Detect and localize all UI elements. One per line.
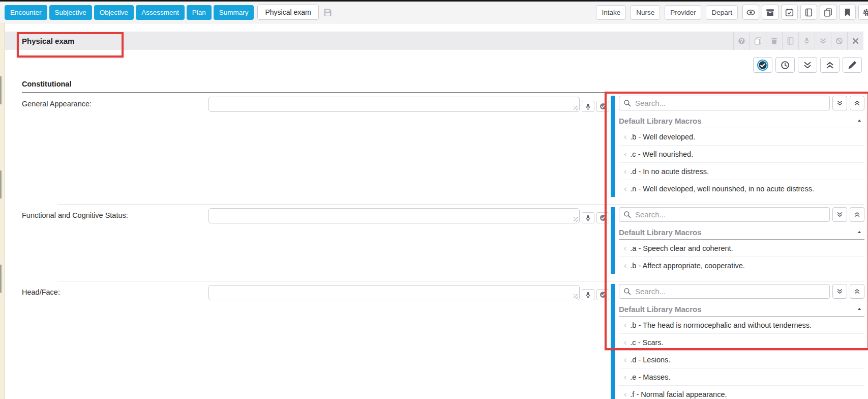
- nav-button-assessment[interactable]: Assessment: [136, 5, 185, 20]
- form-action-buttons: [5, 57, 862, 73]
- form-tab-physical-exam[interactable]: Physical exam: [257, 5, 318, 20]
- macro-item-label: .f - Normal facial appearance.: [630, 390, 727, 398]
- nav-button-subjective[interactable]: Subjective: [49, 5, 92, 20]
- nav-button-plan[interactable]: Plan: [187, 5, 212, 20]
- macro-item-label: .c - Scars.: [630, 338, 663, 347]
- stage-button-intake[interactable]: Intake: [596, 5, 626, 20]
- nav-button-encounter[interactable]: Encounter: [5, 5, 47, 20]
- chevron-left-icon: ‹: [624, 244, 626, 252]
- copy-button[interactable]: [820, 5, 836, 20]
- macro-item[interactable]: ‹.b - The head is normocephalic and with…: [619, 317, 864, 334]
- resize-grip-icon[interactable]: [574, 217, 578, 222]
- trash-button[interactable]: [766, 32, 782, 50]
- collapse-all-button[interactable]: [850, 96, 864, 110]
- dictation-button[interactable]: [582, 289, 594, 300]
- collapse-all-button[interactable]: [850, 207, 864, 222]
- bookmark-button[interactable]: [839, 5, 856, 20]
- field-label: General Appearance:: [22, 96, 208, 108]
- resize-grip-icon[interactable]: [574, 294, 578, 299]
- macro-item[interactable]: ‹.d - Lesions.: [619, 351, 864, 368]
- book-button[interactable]: [800, 5, 817, 20]
- nav-button-summary[interactable]: Summary: [214, 5, 254, 20]
- book-button[interactable]: [782, 32, 798, 50]
- macro-item[interactable]: ‹.c - Scars.: [619, 334, 864, 351]
- close-button[interactable]: [847, 32, 863, 50]
- macro-list: ‹.b - The head is normocephalic and with…: [619, 317, 864, 399]
- macro-item[interactable]: ‹.b - Well developed.: [619, 128, 864, 146]
- stage-button-depart[interactable]: Depart: [706, 5, 738, 20]
- book-icon: [787, 37, 794, 45]
- macro-search-input[interactable]: [619, 207, 830, 222]
- eye-button[interactable]: [742, 5, 759, 20]
- macro-item[interactable]: ‹.b - Affect appropriate, cooperative.: [619, 257, 864, 274]
- macro-item[interactable]: ‹.f - Normal facial appearance.: [619, 386, 864, 399]
- macro-item-label: .e - Masses.: [630, 373, 670, 381]
- gear-button[interactable]: [858, 5, 868, 20]
- gear-icon: [862, 8, 868, 17]
- insert-normal-button[interactable]: [596, 101, 609, 112]
- field-textarea[interactable]: [208, 97, 580, 112]
- clock-icon: [781, 61, 790, 70]
- chevron-left-icon: ‹: [624, 150, 626, 158]
- microphone-icon: [585, 215, 591, 221]
- help-button[interactable]: [733, 32, 750, 50]
- expand-all-button[interactable]: [832, 207, 847, 222]
- chevrons-down-button[interactable]: [798, 57, 817, 73]
- microphone-button[interactable]: [798, 32, 815, 50]
- exam-field-row: Functional and Cognitive Status:: [5, 204, 868, 281]
- chevrons-down-button[interactable]: [815, 32, 831, 50]
- dictation-button[interactable]: [582, 212, 594, 223]
- calendar-check-button[interactable]: [781, 5, 798, 20]
- collapse-all-button[interactable]: [850, 284, 864, 299]
- insert-normal-button[interactable]: [596, 212, 609, 223]
- stage-button-nurse[interactable]: Nurse: [631, 5, 660, 20]
- section-heading: Constitutional: [22, 80, 863, 93]
- search-icon: [623, 288, 631, 295]
- macro-group-header[interactable]: Default Library Macros: [619, 225, 864, 240]
- resize-grip-icon[interactable]: [574, 106, 578, 110]
- macro-search-input[interactable]: [619, 284, 830, 299]
- splitter-handle-icon: [0, 76, 2, 300]
- macro-item[interactable]: ‹.c - Well nourished.: [619, 146, 864, 163]
- macro-group-header[interactable]: Default Library Macros: [619, 113, 864, 128]
- macro-item-label: .b - The head is normocephalic and witho…: [630, 321, 812, 329]
- macro-panel: Default Library Macros ‹.b - Well develo…: [611, 96, 864, 197]
- complete-ring: [757, 60, 768, 71]
- clock-button[interactable]: [775, 57, 795, 73]
- book-icon: [804, 8, 813, 17]
- panel-title: Physical exam: [22, 37, 74, 45]
- macro-item[interactable]: ‹.n - Well developed, well nourished, in…: [619, 180, 864, 197]
- field-textarea[interactable]: [208, 285, 580, 300]
- dictation-button[interactable]: [582, 101, 594, 112]
- nav-button-objective[interactable]: Objective: [94, 5, 134, 20]
- panel-header-icons: [733, 32, 863, 50]
- microphone-icon: [585, 103, 591, 110]
- chart-nav-buttons: EncounterSubjectiveObjectiveAssessmentPl…: [5, 5, 256, 20]
- expand-all-button[interactable]: [832, 284, 847, 299]
- copy-button[interactable]: [750, 32, 766, 50]
- chevrons-up-icon: [854, 288, 860, 295]
- macro-accent-bar: [611, 207, 615, 274]
- macro-item[interactable]: ‹.e - Masses.: [619, 368, 864, 386]
- block-button[interactable]: [831, 32, 847, 50]
- save-form-button[interactable]: [322, 7, 333, 18]
- macro-item[interactable]: ‹.a - Speech clear and coherent.: [619, 240, 864, 257]
- archive-button[interactable]: [762, 5, 779, 20]
- expand-all-button[interactable]: [832, 96, 847, 110]
- chevrons-up-button[interactable]: [820, 57, 840, 73]
- insert-normal-button[interactable]: [596, 289, 609, 300]
- field-textarea[interactable]: [208, 208, 580, 223]
- caret-up-icon: [857, 230, 862, 235]
- macro-search-row: [619, 207, 864, 222]
- macro-group-header[interactable]: Default Library Macros: [619, 302, 864, 317]
- check-circle-button[interactable]: [753, 57, 772, 73]
- macro-item[interactable]: ‹.d - In no acute distress.: [619, 163, 864, 180]
- stage-button-provider[interactable]: Provider: [665, 5, 701, 20]
- macro-search-input[interactable]: [619, 96, 830, 110]
- pencil-button[interactable]: [843, 57, 862, 73]
- bookmark-icon: [843, 8, 852, 17]
- macro-group-title: Default Library Macros: [619, 305, 702, 314]
- macro-group-title: Default Library Macros: [619, 228, 702, 237]
- exam-field-row: Head/Face: Default Library Macr: [5, 281, 868, 399]
- toolbar-right-group: IntakeNurseProviderDepart: [596, 5, 868, 20]
